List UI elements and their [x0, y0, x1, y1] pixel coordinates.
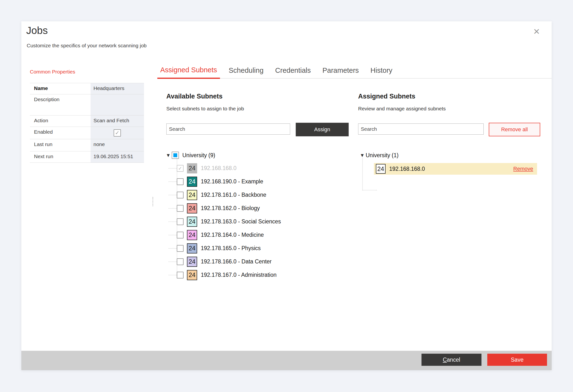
- remove-link[interactable]: Remove: [513, 166, 533, 172]
- property-row: Description: [30, 94, 144, 116]
- property-value[interactable]: Scan and Fetch: [90, 116, 144, 127]
- tab-assigned-subnets[interactable]: Assigned Subnets: [157, 65, 220, 79]
- page-background: Jobs Customize the specifics of your net…: [0, 0, 573, 392]
- assigned-subnets-subheading: Review and manage assigned subnets: [358, 106, 446, 112]
- subnet-label: 192.168.168.0: [389, 166, 425, 172]
- cancel-button[interactable]: Cancel: [422, 354, 482, 366]
- subnet-label[interactable]: 192.178.165.0 - Physics: [201, 245, 261, 252]
- subnet-mask-badge: 24: [187, 230, 197, 240]
- available-subnet-list: ✓ 24 192.168.168.0 24 192.168.190.0 - Ex…: [168, 162, 281, 282]
- property-value[interactable]: none: [90, 139, 144, 151]
- close-icon[interactable]: ✕: [531, 26, 542, 37]
- subnet-label[interactable]: 192.178.163.0 - Social Sciences: [201, 218, 281, 225]
- property-row: Last run none: [30, 139, 144, 151]
- tab-label: Scheduling: [229, 67, 264, 74]
- remove-all-button[interactable]: Remove all: [489, 123, 540, 136]
- tree-connector-stub: [168, 261, 177, 262]
- expander-icon[interactable]: ▼: [360, 153, 366, 158]
- property-row: Name Headquarters: [30, 83, 144, 94]
- available-group-checkbox[interactable]: [172, 152, 179, 159]
- page-subtitle: Customize the specifics of your network …: [27, 43, 147, 49]
- tab-credentials[interactable]: Credentials: [272, 65, 314, 78]
- subnet-checkbox[interactable]: [177, 205, 183, 212]
- available-subnet-row[interactable]: 24 192.178.166.0 - Data Center: [168, 255, 281, 268]
- tab-bar: Assigned SubnetsSchedulingCredentialsPar…: [157, 65, 552, 79]
- property-row: Action Scan and Fetch: [30, 116, 144, 127]
- property-label: Last run: [30, 139, 90, 151]
- page-title: Jobs: [26, 25, 48, 36]
- subnet-mask-badge: 24: [376, 164, 386, 174]
- property-value[interactable]: ✓: [90, 127, 144, 139]
- save-button[interactable]: Save: [487, 354, 547, 366]
- subnet-checkbox[interactable]: [177, 192, 183, 198]
- available-subnet-row[interactable]: 24 192.178.164.0 - Medicine: [168, 228, 281, 242]
- property-label: Next run: [30, 151, 90, 163]
- tree-connector-stub: [168, 208, 177, 209]
- tree-connector-stub: [168, 235, 177, 235]
- subnet-label[interactable]: 192.178.164.0 - Medicine: [201, 232, 264, 238]
- subnet-mask-badge: 24: [187, 190, 197, 200]
- tree-connector-stub: [168, 275, 177, 275]
- property-row: Enabled ✓: [30, 127, 144, 139]
- jobs-dialog: Jobs Customize the specifics of your net…: [21, 21, 552, 370]
- tab-label: Parameters: [322, 67, 359, 74]
- subnet-checkbox[interactable]: [177, 218, 183, 225]
- enabled-checkbox[interactable]: ✓: [114, 129, 121, 136]
- subnet-label[interactable]: 192.178.162.0 - Biology: [201, 205, 260, 212]
- subnet-checkbox[interactable]: [177, 258, 183, 265]
- subnet-checkbox[interactable]: [177, 178, 183, 185]
- tab-history[interactable]: History: [368, 65, 395, 78]
- assign-button[interactable]: Assign: [296, 123, 349, 136]
- subnet-checkbox[interactable]: [177, 245, 183, 252]
- subnet-label[interactable]: 192.178.161.0 - Backbone: [201, 192, 266, 198]
- available-subnets-heading: Available Subnets: [166, 93, 223, 100]
- subnet-label[interactable]: 192.178.167.0 - Administration: [201, 272, 277, 278]
- subnet-mask-badge: 24: [187, 257, 197, 267]
- tree-connector-stub: [168, 181, 177, 182]
- available-group-label[interactable]: University (9): [182, 152, 215, 159]
- property-label: Description: [30, 94, 90, 115]
- property-value[interactable]: [90, 94, 144, 115]
- common-properties-heading: Common Properties: [30, 69, 75, 75]
- assigned-subnet-row[interactable]: 24 192.168.168.0 Remove: [374, 163, 537, 175]
- property-label: Enabled: [30, 127, 90, 139]
- subnet-mask-badge: 24: [187, 163, 197, 173]
- tree-connector-stub: [168, 168, 177, 169]
- indeterminate-mark: [173, 153, 177, 157]
- tab-label: History: [371, 67, 392, 74]
- assigned-subnets-heading: Assigned Subnets: [358, 93, 415, 100]
- subnet-mask-badge: 24: [187, 217, 197, 227]
- tree-connector-line: [362, 158, 363, 190]
- assigned-group-row: ▼ University (1): [360, 150, 398, 161]
- property-row: Next run 19.06.2025 15:51: [30, 151, 144, 163]
- panel-splitter-grip[interactable]: [152, 197, 153, 206]
- subnet-checkbox[interactable]: [177, 272, 183, 278]
- subnet-checkbox[interactable]: ✓: [177, 165, 183, 172]
- available-subnet-row[interactable]: ✓ 24 192.168.168.0: [168, 162, 281, 175]
- available-subnet-row[interactable]: 24 192.178.161.0 - Backbone: [168, 188, 281, 202]
- tree-connector-stub: [168, 195, 177, 195]
- available-subnet-row[interactable]: 24 192.168.190.0 - Example: [168, 175, 281, 188]
- tab-parameters[interactable]: Parameters: [320, 65, 362, 78]
- assigned-search-input[interactable]: [358, 123, 484, 135]
- subnet-label[interactable]: 192.178.166.0 - Data Center: [201, 258, 272, 265]
- subnet-label[interactable]: 192.168.190.0 - Example: [201, 178, 263, 185]
- tab-label: Assigned Subnets: [160, 66, 217, 74]
- assigned-group-label[interactable]: University (1): [366, 152, 398, 159]
- subnet-mask-badge: 24: [187, 243, 197, 254]
- available-subnet-row[interactable]: 24 192.178.167.0 - Administration: [168, 268, 281, 282]
- tree-connector-stub: [168, 248, 177, 249]
- subnet-label[interactable]: 192.168.168.0: [201, 165, 236, 171]
- property-value[interactable]: Headquarters: [90, 83, 144, 94]
- available-subnet-row[interactable]: 24 192.178.165.0 - Physics: [168, 242, 281, 255]
- available-search-input[interactable]: [166, 123, 290, 135]
- tab-scheduling[interactable]: Scheduling: [226, 65, 267, 78]
- property-label: Name: [30, 83, 90, 94]
- subnet-mask-badge: 24: [187, 270, 197, 280]
- available-subnet-row[interactable]: 24 192.178.162.0 - Biology: [168, 202, 281, 215]
- expander-icon[interactable]: ▼: [166, 153, 172, 158]
- footer-bar: Cancel Save: [21, 351, 552, 370]
- subnet-checkbox[interactable]: [177, 232, 183, 239]
- property-value[interactable]: 19.06.2025 15:51: [90, 151, 144, 163]
- available-subnet-row[interactable]: 24 192.178.163.0 - Social Sciences: [168, 215, 281, 228]
